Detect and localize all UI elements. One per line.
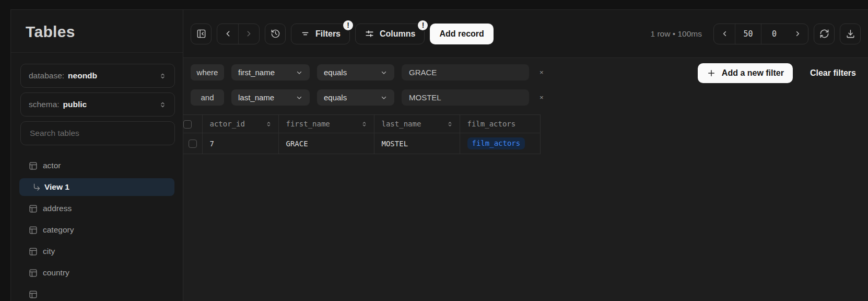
cell-film-actors: film_actors	[460, 133, 540, 154]
sidebar-item-label: address	[43, 204, 72, 213]
filter-operator-value: equals	[324, 68, 347, 77]
filters-button[interactable]: Filters !	[291, 24, 350, 44]
page-title: Tables	[26, 24, 168, 40]
column-header-last-name[interactable]: last_name	[374, 115, 460, 133]
sidebar-header: Tables	[11, 10, 183, 53]
columns-button[interactable]: Columns !	[355, 24, 425, 44]
chevron-down-icon	[296, 69, 303, 76]
chevron-down-icon	[380, 69, 388, 76]
sort-chevrons-icon[interactable]	[361, 121, 368, 128]
back-button[interactable]	[217, 24, 238, 44]
sidebar-controls: database: neondb schema: public	[11, 53, 183, 150]
filter-value-input[interactable]	[402, 89, 529, 106]
filter-actions: Add a new filter Clear filters	[698, 63, 859, 83]
panel-left-close-icon	[196, 29, 206, 39]
column-header-actor-id[interactable]: actor_id	[202, 115, 278, 133]
clear-filters-button[interactable]: Clear filters	[807, 68, 859, 78]
table-icon	[29, 226, 38, 235]
table-list: actor View 1 address category city count…	[11, 150, 183, 301]
filter-column-value: last_name	[238, 93, 274, 102]
filter-operator-value: equals	[324, 93, 347, 102]
cell-first-name[interactable]: GRACE	[278, 133, 374, 154]
page-size-field[interactable]: 50	[735, 24, 761, 44]
sidebar-item-label: category	[43, 225, 74, 235]
main-area: Filters ! Columns ! Add record 1 row • 1…	[183, 10, 868, 301]
remove-filter-button[interactable]: ×	[536, 67, 547, 78]
next-page-button[interactable]	[787, 24, 808, 44]
sidebar-item-label: country	[43, 268, 69, 277]
chevron-left-icon	[721, 30, 729, 38]
filter-row: and last_name equals ×	[191, 89, 861, 106]
page-offset-field[interactable]: 0	[761, 24, 787, 44]
filter-column-select[interactable]: first_name	[231, 64, 310, 80]
filters-button-label: Filters	[315, 29, 341, 39]
remove-filter-button[interactable]: ×	[536, 92, 547, 103]
sidebar-item-partial[interactable]	[19, 285, 174, 301]
columns-button-label: Columns	[380, 29, 415, 39]
filters-alert-badge: !	[342, 19, 354, 31]
column-header-label: last_name	[382, 120, 421, 128]
download-button[interactable]	[840, 24, 861, 44]
film-actors-relation-link[interactable]: film_actors	[467, 137, 525, 149]
sidebar-item-view-1[interactable]: View 1	[19, 178, 174, 196]
add-filter-label: Add a new filter	[722, 68, 784, 78]
content-area: where first_name equals × and las	[183, 58, 868, 301]
query-history-button[interactable]	[265, 24, 286, 44]
filter-column-value: first_name	[238, 68, 275, 77]
chevron-right-icon	[794, 30, 802, 38]
table-header-row: actor_id first_name last_name film_	[183, 115, 540, 133]
chevron-down-icon	[296, 94, 303, 101]
sort-chevrons-icon[interactable]	[265, 121, 272, 128]
updown-chevrons-icon	[159, 72, 167, 80]
filter-conjunction-chip: where	[191, 64, 224, 80]
history-icon	[271, 29, 280, 39]
column-header-first-name[interactable]: first_name	[278, 115, 374, 133]
column-header-label: film_actors	[467, 120, 516, 128]
sidebar-item-city[interactable]: city	[19, 242, 174, 260]
corner-down-right-icon	[32, 183, 41, 192]
add-filter-button[interactable]: Add a new filter	[698, 63, 793, 83]
prev-page-button[interactable]	[714, 24, 735, 44]
sidebar-item-actor[interactable]: actor	[19, 157, 174, 175]
filter-operator-select[interactable]: equals	[317, 64, 394, 80]
database-select[interactable]: database: neondb	[20, 64, 175, 88]
select-all-cell	[183, 115, 202, 133]
add-record-button[interactable]: Add record	[430, 24, 493, 44]
chevron-left-icon	[224, 29, 232, 38]
sliders-icon	[365, 29, 374, 39]
results-table: actor_id first_name last_name film_	[183, 114, 541, 154]
sidebar: Tables database: neondb schema: public a…	[11, 10, 183, 301]
schema-select-value: public	[63, 100, 87, 109]
toolbar: Filters ! Columns ! Add record 1 row • 1…	[183, 10, 868, 58]
sidebar-item-label: city	[43, 247, 55, 256]
collapse-sidebar-button[interactable]	[191, 24, 212, 44]
updown-chevrons-icon	[159, 101, 167, 109]
download-icon	[846, 29, 855, 39]
sidebar-item-address[interactable]: address	[19, 200, 174, 217]
cell-actor-id[interactable]: 7	[202, 133, 278, 154]
search-tables-input[interactable]	[29, 128, 167, 138]
schema-select[interactable]: schema: public	[20, 92, 175, 117]
filter-value-input[interactable]	[402, 64, 529, 80]
sidebar-item-country[interactable]: country	[19, 264, 174, 282]
sidebar-item-category[interactable]: category	[19, 221, 174, 239]
select-all-checkbox[interactable]	[183, 120, 192, 129]
sort-chevrons-icon[interactable]	[447, 121, 453, 128]
sidebar-item-label: View 1	[44, 182, 69, 192]
table-icon	[29, 161, 38, 170]
plus-icon	[707, 68, 716, 78]
filters-panel: where first_name equals × and las	[183, 58, 868, 106]
chevron-down-icon	[380, 94, 388, 101]
refresh-button[interactable]	[814, 24, 835, 44]
filter-operator-select[interactable]: equals	[317, 89, 394, 106]
cell-last-name[interactable]: MOSTEL	[374, 133, 460, 154]
table-icon	[29, 247, 38, 256]
table-icon	[29, 269, 38, 277]
filter-column-select[interactable]: last_name	[231, 89, 310, 106]
row-checkbox[interactable]	[189, 140, 197, 148]
column-header-label: actor_id	[210, 120, 245, 128]
result-status: 1 row • 100ms	[651, 29, 708, 39]
chevron-right-icon	[244, 29, 253, 38]
forward-button[interactable]	[238, 24, 259, 44]
row-select-cell	[183, 133, 202, 154]
